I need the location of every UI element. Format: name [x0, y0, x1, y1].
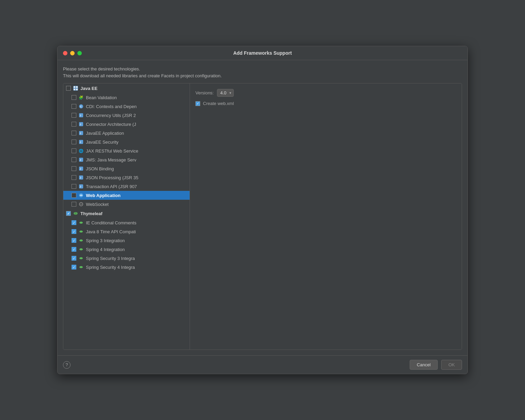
list-item-javaee-security[interactable]: J JavaEE Security [63, 137, 190, 146]
json-processing-label: JSON Processing (JSR 35 [86, 175, 138, 180]
cdi-checkbox[interactable] [72, 104, 76, 109]
add-frameworks-dialog: Add Frameworks Support Please select the… [57, 46, 468, 374]
title-bar: Add Frameworks Support [57, 46, 468, 60]
list-item-jms[interactable]: J JMS: Java Message Serv [63, 155, 190, 164]
websocket-icon [78, 201, 84, 207]
spring3-checkbox[interactable] [72, 238, 76, 243]
web-application-label: Web Application [86, 193, 120, 198]
minimize-button[interactable] [70, 51, 75, 55]
svg-text:J: J [80, 185, 81, 188]
concurrency-label: Concurrency Utils (JSR 2 [86, 113, 136, 118]
list-item-json-binding[interactable]: J JSON Binding [63, 164, 190, 173]
cdi-icon: C [78, 104, 84, 109]
dialog-footer: ? Cancel OK [57, 355, 468, 374]
list-item-connector[interactable]: J Connector Architecture (J [63, 120, 190, 129]
list-item-spring3[interactable]: Spring 3 Integration [63, 236, 190, 245]
list-item-jax-rest[interactable]: 🌐 JAX RESTful Web Service [63, 146, 190, 155]
jax-rest-label: JAX RESTful Web Service [86, 148, 138, 154]
cancel-button[interactable]: Cancel [410, 360, 438, 370]
group-java-ee[interactable]: Java EE [63, 83, 190, 93]
description-line1: Please select the desired technologies. [63, 66, 462, 73]
create-xml-row[interactable]: Create web.xml [195, 101, 456, 106]
list-item-ie-conditional[interactable]: IE Conditional Comments [63, 218, 190, 227]
list-item-concurrency[interactable]: J Concurrency Utils (JSR 2 [63, 111, 190, 120]
ie-conditional-checkbox[interactable] [72, 220, 76, 225]
svg-point-26 [79, 222, 83, 224]
list-item-json-processing[interactable]: J JSON Processing (JSR 35 [63, 173, 190, 182]
jms-icon: J [78, 157, 84, 162]
create-xml-label: Create web.xml [203, 101, 234, 106]
spring-security4-checkbox[interactable] [72, 265, 76, 270]
svg-point-27 [79, 231, 83, 233]
spring3-icon [78, 238, 84, 243]
concurrency-checkbox[interactable] [72, 113, 76, 118]
json-binding-checkbox[interactable] [72, 166, 76, 171]
java-ee-checkbox[interactable] [66, 86, 71, 91]
create-xml-checkbox[interactable] [195, 101, 200, 106]
transaction-api-label: Transaction API (JSR 907 [86, 184, 137, 189]
java-ee-icon [73, 86, 78, 91]
connector-icon: J [78, 121, 84, 127]
footer-left: ? [63, 361, 71, 369]
ie-conditional-label: IE Conditional Comments [86, 220, 136, 225]
list-item-transaction-api[interactable]: J Transaction API (JSR 907 [63, 182, 190, 191]
list-item-bean-validation[interactable]: 🧩 Bean Validation [63, 93, 190, 102]
list-item-websocket[interactable]: WebSocket [63, 200, 190, 209]
list-item-spring4[interactable]: Spring 4 Integration [63, 245, 190, 254]
svg-point-29 [79, 248, 83, 250]
spring-security3-icon [78, 255, 84, 261]
version-select[interactable]: 4.0 3.1 3.0 2.5 [217, 89, 234, 97]
ok-button[interactable]: OK [441, 360, 462, 370]
transaction-api-checkbox[interactable] [72, 184, 76, 189]
close-button[interactable] [63, 51, 67, 55]
maximize-button[interactable] [77, 51, 82, 55]
spring-security4-icon [78, 264, 84, 270]
group-thymeleaf[interactable]: Thymeleaf [63, 209, 190, 218]
json-binding-icon: J [78, 166, 84, 171]
svg-rect-4 [76, 89, 78, 90]
svg-text:J: J [80, 114, 81, 117]
connector-checkbox[interactable] [72, 122, 76, 127]
thymeleaf-group-checkbox[interactable] [66, 211, 71, 216]
java8-time-checkbox[interactable] [72, 229, 76, 234]
window-controls [63, 51, 82, 55]
spring-security3-checkbox[interactable] [72, 256, 76, 261]
versions-label: Versions: [195, 90, 214, 95]
svg-text:C: C [80, 105, 82, 108]
bean-validation-checkbox[interactable] [72, 95, 76, 100]
spring4-icon [78, 247, 84, 252]
bean-icon: 🧩 [78, 95, 84, 100]
jms-label: JMS: Java Message Serv [86, 157, 136, 162]
concurrency-icon: J [78, 113, 84, 118]
web-application-icon [78, 193, 84, 198]
spring4-checkbox[interactable] [72, 247, 76, 252]
svg-text:J: J [80, 132, 81, 134]
frameworks-list[interactable]: Java EE 🧩 Bean Validation C CDI: Context… [63, 83, 190, 350]
list-item-web-application[interactable]: Web Application [63, 191, 190, 200]
javaee-security-checkbox[interactable] [72, 140, 76, 144]
list-item-cdi[interactable]: C CDI: Contexts and Depen [63, 102, 190, 111]
main-area: Java EE 🧩 Bean Validation C CDI: Context… [63, 83, 462, 350]
cdi-label: CDI: Contexts and Depen [86, 104, 137, 109]
help-button[interactable]: ? [63, 361, 71, 369]
jms-checkbox[interactable] [72, 157, 76, 162]
list-item-javaee-app[interactable]: J JavaEE Application [63, 129, 190, 137]
json-processing-checkbox[interactable] [72, 175, 76, 180]
bean-validation-label: Bean Validation [86, 95, 117, 100]
websocket-checkbox[interactable] [72, 202, 76, 207]
list-item-spring-security3[interactable]: Spring Security 3 Integra [63, 254, 190, 263]
web-application-checkbox[interactable] [72, 193, 76, 198]
svg-rect-3 [74, 89, 75, 90]
list-item-spring-security4[interactable]: Spring Security 4 Integra [63, 263, 190, 272]
javaee-app-checkbox[interactable] [72, 131, 76, 135]
list-item-java8-time[interactable]: Java 8 Time API Compati [63, 227, 190, 236]
thymeleaf-icon [73, 211, 78, 216]
spring4-label: Spring 4 Integration [86, 247, 125, 252]
jax-rest-checkbox[interactable] [72, 148, 76, 153]
spring-security4-label: Spring Security 4 Integra [86, 265, 135, 270]
spring3-label: Spring 3 Integration [86, 238, 125, 243]
java8-time-icon [78, 229, 84, 234]
svg-rect-1 [74, 86, 75, 88]
right-panel: Versions: 4.0 3.1 3.0 2.5 Create web.xml [190, 83, 462, 350]
svg-point-31 [79, 266, 83, 268]
